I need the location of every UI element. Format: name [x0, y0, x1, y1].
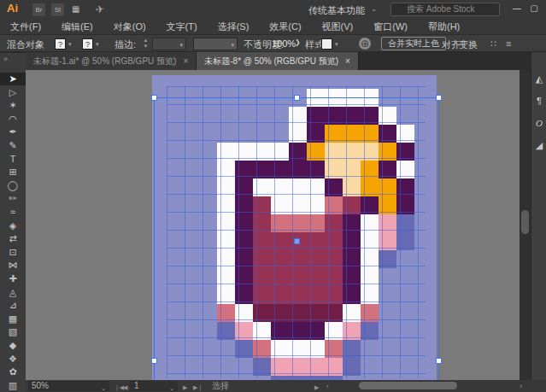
opentype-panel-icon[interactable]: O [531, 115, 546, 131]
title-bar: Ai Br St ▦ ✈ 传统基本功能 ⌄ 搜索 Adobe Stock — ▢ [0, 0, 546, 19]
tools-panel: » ➤▷✶◠✒✎T⊞◯✏≈◈⇄⊡⋈✚◬⊿▦▧◆❖✿▥ [0, 52, 26, 392]
shaper-tool[interactable]: ≈ [0, 206, 26, 219]
toolbar-collapse-icon[interactable]: » [3, 55, 8, 63]
symbol-sprayer-tool[interactable]: ✿ [0, 366, 26, 378]
share-icon[interactable]: ✈ [95, 3, 105, 15]
width-tool[interactable]: ⋈ [0, 259, 26, 272]
selection-handle-top-center[interactable] [294, 95, 300, 101]
minimize-button[interactable]: — [510, 2, 524, 15]
selection-handle-top-right[interactable] [436, 95, 442, 101]
graph-tool[interactable]: ▥ [0, 379, 26, 392]
menu-item-3[interactable]: 文字(T) [156, 19, 208, 34]
selection-handle-middle-right[interactable] [436, 358, 442, 364]
app-logo: Ai [7, 2, 18, 15]
context-label: 混合对象 [7, 38, 44, 51]
paintbrush-tool[interactable]: ✏ [0, 192, 26, 205]
stroke-weight-select[interactable]: ▾ [152, 38, 186, 50]
menu-bar: 文件(F)编辑(E)对象(O)文字(T)选择(S)效果(C)视图(V)窗口(W)… [0, 19, 546, 34]
next-artboard-button[interactable]: ▶ [183, 383, 187, 392]
list-toggle-icon[interactable]: ≡ [506, 38, 511, 49]
curvature-tool[interactable]: ✎ [0, 139, 26, 152]
chevron-down-icon: ⌄ [101, 383, 106, 392]
mesh-tool[interactable]: ▦ [0, 313, 26, 325]
pan-left-icon[interactable]: ‹ [326, 381, 329, 391]
menu-item-4[interactable]: 选择(S) [208, 19, 260, 34]
chevron-down-icon[interactable]: ▾ [96, 41, 99, 48]
menu-item-7[interactable]: 窗口(W) [363, 19, 418, 34]
vertical-scrollbar-thumb[interactable] [521, 210, 529, 234]
line-grid-tool[interactable]: ⊞ [0, 166, 26, 178]
gradient-panel-icon[interactable]: ◢ [531, 137, 546, 153]
menu-item-6[interactable]: 视图(V) [312, 19, 364, 34]
free-transform-tool[interactable]: ⊡ [0, 246, 26, 259]
brush-select[interactable]: ▾ [193, 38, 238, 50]
eraser-tool[interactable]: ◈ [0, 219, 26, 232]
illustrator-window: Ai Br St ▦ ✈ 传统基本功能 ⌄ 搜索 Adobe Stock — ▢… [0, 0, 546, 392]
publish-globe-icon[interactable]: ⊕ [359, 38, 371, 50]
selection-handle-middle-left[interactable] [151, 358, 157, 364]
workspace-switcher[interactable]: 传统基本功能 [308, 4, 365, 17]
transform-panel-icon[interactable]: ◭ [531, 71, 546, 86]
workspace-layout-icon[interactable]: ▦ [72, 4, 79, 14]
tab-title: 未标题-8* @ 50% (RGB/GPU 预览) [204, 56, 338, 66]
align-label[interactable]: 对齐 [442, 38, 461, 51]
shape-builder-tool[interactable]: ◬ [0, 286, 26, 299]
style-swatch[interactable] [321, 38, 332, 50]
chevron-down-icon: ⌄ [169, 383, 174, 392]
lasso-tool[interactable]: ◠ [0, 113, 26, 126]
selection-center-point[interactable] [294, 238, 300, 244]
perspective-grid-tool[interactable]: ⊿ [0, 299, 26, 312]
magic-wand-tool[interactable]: ✶ [0, 99, 26, 112]
previous-artboard-button[interactable]: ◀ [123, 383, 127, 392]
rotate-tool[interactable]: ⇄ [0, 232, 26, 245]
fill-color-swatch[interactable]: ? [55, 38, 66, 50]
maximize-button[interactable]: ▢ [527, 2, 541, 15]
close-icon[interactable]: × [345, 56, 350, 66]
zoom-level-select[interactable]: 50% ⌄ [28, 381, 109, 391]
paragraph-panel-icon[interactable]: ¶ [531, 93, 546, 108]
last-artboard-button[interactable]: ▶❘ [193, 383, 203, 392]
document-tab-1[interactable]: 未标题-1.ai* @ 50% (RGB/GPU 预览)× [26, 52, 197, 70]
stroke-label: 描边: [114, 38, 136, 51]
merge-live-paint-button[interactable]: 合并实时上色 [381, 37, 446, 50]
transform-label[interactable]: 变换 [459, 38, 478, 51]
chevron-down-icon[interactable]: ▾ [68, 41, 72, 48]
stroke-color-swatch[interactable]: ? [82, 38, 93, 50]
panel-dock: ◭¶O◢ [531, 52, 546, 392]
menu-item-8[interactable]: 帮助(H) [418, 19, 470, 34]
selection-handle-top-left[interactable] [151, 95, 157, 101]
menu-item-0[interactable]: 文件(F) [0, 19, 51, 34]
chevron-down-icon[interactable]: ▾ [335, 41, 338, 48]
shape-tool[interactable]: ◯ [0, 179, 26, 192]
canvas-area[interactable] [26, 70, 520, 380]
menu-item-5[interactable]: 效果(C) [259, 19, 311, 34]
stroke-weight-stepper[interactable]: ▲▼ [142, 38, 150, 50]
puppet-warp-tool[interactable]: ✚ [0, 272, 26, 285]
gradient-tool[interactable]: ▧ [0, 325, 26, 338]
opacity-expand-arrow[interactable]: ❯ [295, 38, 301, 46]
artboard-number-select[interactable]: 1 ⌄ [130, 381, 178, 391]
direct-selection-tool[interactable]: ▷ [0, 86, 26, 99]
grid-toggle-icon[interactable]: ∷ [490, 38, 496, 50]
eyedropper-tool[interactable]: ◆ [0, 339, 26, 352]
vertical-scrollbar[interactable] [520, 70, 531, 380]
menu-item-1[interactable]: 编辑(E) [51, 19, 103, 34]
pan-right-icon[interactable]: ▶ [314, 383, 319, 392]
tab-title: 未标题-1.ai* @ 50% (RGB/GPU 预览) [33, 56, 176, 66]
selection-tool[interactable]: ➤ [0, 73, 26, 85]
type-tool[interactable]: T [0, 153, 26, 166]
document-tab-bar: 未标题-1.ai* @ 50% (RGB/GPU 预览)×未标题-8* @ 50… [26, 52, 531, 70]
pen-tool[interactable]: ✒ [0, 126, 26, 138]
menu-item-2[interactable]: 对象(O) [103, 19, 156, 34]
search-input[interactable]: 搜索 Adobe Stock [390, 3, 500, 16]
status-bar: 50% ⌄ ❘◀ ◀ 1 ⌄ ▶ ▶❘ 选择 ▶ ‹ › [26, 380, 546, 392]
close-icon[interactable]: × [183, 56, 188, 66]
blend-tool[interactable]: ❖ [0, 353, 26, 366]
horizontal-scrollbar-thumb[interactable] [359, 382, 457, 389]
bridge-icon[interactable]: Br [32, 3, 45, 16]
options-bar: 混合对象 ? ▾ ? ▾ 描边: ▲▼ ▾ ▾ 不透明度: 100% ❯ 样式:… [0, 34, 546, 52]
stock-icon[interactable]: St [51, 3, 64, 16]
document-tab-2[interactable]: 未标题-8* @ 50% (RGB/GPU 预览)× [197, 52, 359, 70]
corner-expand-icon[interactable]: › [520, 381, 522, 391]
opacity-value[interactable]: 100% [272, 38, 296, 49]
